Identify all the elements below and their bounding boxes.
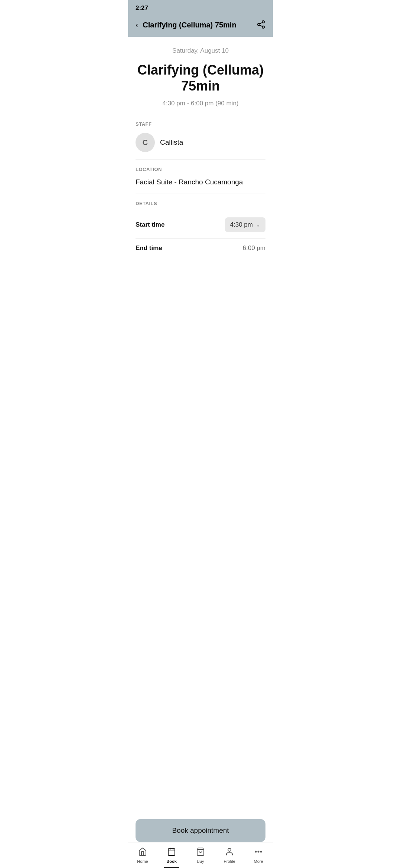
end-time-value: 6:00 pm — [243, 244, 265, 252]
service-title-section: Clarifying (Celluma) 75min — [128, 58, 273, 98]
time-range-section: 4:30 pm - 6:00 pm (90 min) — [128, 98, 273, 115]
start-time-dropdown[interactable]: 4:30 pm ⌄ — [225, 217, 265, 232]
start-time-label: Start time — [136, 221, 164, 228]
location-name: Facial Suite - Rancho Cucamonga — [136, 177, 265, 190]
share-icon — [257, 20, 265, 29]
appointment-date: Saturday, August 10 — [172, 47, 229, 54]
svg-line-4 — [260, 23, 263, 24]
details-section: DETAILS Start time 4:30 pm ⌄ End time 6:… — [128, 194, 273, 262]
details-label: DETAILS — [136, 201, 265, 206]
main-content: Saturday, August 10 Clarifying (Celluma)… — [128, 37, 273, 313]
start-time-value: 4:30 pm — [230, 221, 253, 228]
staff-label: STAFF — [136, 121, 265, 127]
end-time-label: End time — [136, 244, 162, 252]
back-button[interactable]: ‹ — [134, 19, 140, 32]
header: ‹ Clarifying (Celluma) 75min — [128, 15, 273, 37]
date-section: Saturday, August 10 — [128, 37, 273, 58]
staff-name: Callista — [160, 138, 183, 147]
staff-row: C Callista — [136, 132, 265, 156]
time-range-text: 4:30 pm - 6:00 pm (90 min) — [162, 100, 238, 107]
header-left: ‹ Clarifying (Celluma) 75min — [134, 19, 237, 32]
service-name: Clarifying (Celluma) 75min — [136, 62, 265, 94]
back-icon: ‹ — [136, 20, 138, 30]
staff-avatar: C — [136, 133, 155, 152]
staff-section: STAFF C Callista — [128, 115, 273, 160]
chevron-down-icon: ⌄ — [256, 222, 260, 228]
end-time-row: End time 6:00 pm — [136, 239, 265, 258]
share-button[interactable] — [255, 19, 267, 32]
status-bar: 2:27 — [128, 0, 273, 15]
location-section: LOCATION Facial Suite - Rancho Cucamonga — [128, 160, 273, 194]
start-time-row: Start time 4:30 pm ⌄ — [136, 211, 265, 239]
header-title: Clarifying (Celluma) 75min — [143, 21, 236, 29]
svg-line-3 — [260, 25, 263, 27]
location-label: LOCATION — [136, 167, 265, 172]
status-time: 2:27 — [136, 4, 148, 12]
